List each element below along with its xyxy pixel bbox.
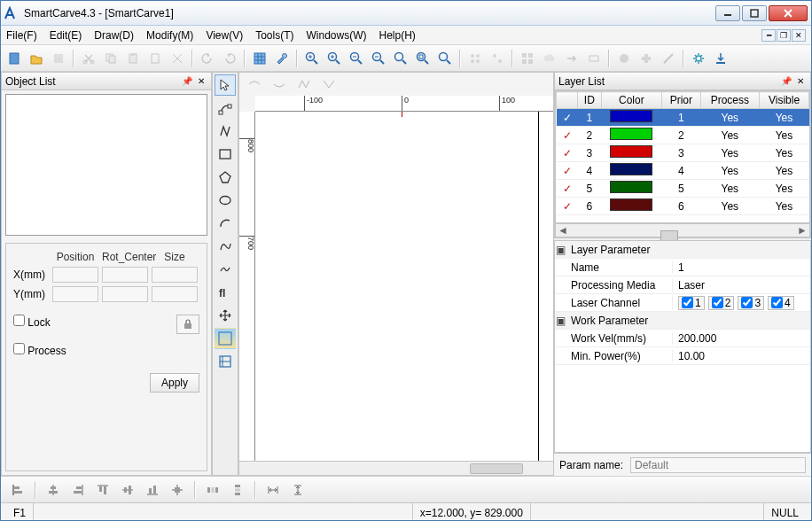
process-checkbox[interactable] [13,343,25,354]
scroll-right-icon[interactable]: ► [795,224,809,237]
x-size-input[interactable] [152,267,198,283]
zoom-sel-icon[interactable] [413,49,433,68]
zoom-out2-icon[interactable] [369,49,388,68]
node-del-icon[interactable] [269,74,289,94]
group-layer-param[interactable]: Layer Parameter [566,244,672,256]
settings-icon[interactable] [272,49,292,68]
y-size-input[interactable] [152,286,198,302]
align-vcenter-icon[interactable] [118,480,137,500]
delete-icon[interactable] [145,49,165,68]
circle-fill-icon[interactable] [614,49,634,68]
arc-tool-icon[interactable] [215,213,236,234]
align-top-icon[interactable] [93,480,113,500]
lock-checkbox-label[interactable]: Lock [13,315,150,329]
channel-1-checkbox[interactable]: 1 [678,296,705,310]
zoom-fit-icon[interactable] [391,49,410,68]
same-height-icon[interactable] [288,480,308,500]
menu-tools[interactable]: Tools(T) [255,29,293,42]
param-media-value[interactable]: Laser [672,279,810,292]
node-add-icon[interactable] [245,74,264,94]
layer-row[interactable]: ✓66YesYes [557,198,809,215]
array-icon[interactable] [518,49,537,68]
layer-th-prior[interactable]: Prior [662,92,701,109]
node-join-icon[interactable] [319,74,339,94]
bezier-tool-icon[interactable] [215,236,236,257]
polygon-tool-icon[interactable] [215,167,236,188]
zoom-out-icon[interactable] [347,49,366,68]
align-center-icon[interactable] [168,480,187,500]
window-minimize-button[interactable] [715,5,740,21]
lock-checkbox[interactable] [13,315,25,326]
canvas-scrollbar-h[interactable] [239,461,553,475]
window-close-button[interactable] [769,5,808,21]
rect-tool-icon[interactable] [215,144,236,165]
param-pow-value[interactable]: 10.00 [672,350,810,362]
mdi-minimize-button[interactable]: ━ [761,29,776,42]
align-left-icon[interactable] [8,480,27,500]
menu-edit[interactable]: Edit(E) [50,29,82,42]
gear-icon[interactable] [689,49,708,68]
group-icon[interactable] [465,49,485,68]
ellipse-tool-icon[interactable] [215,190,236,211]
align-right-icon[interactable] [68,480,88,500]
mdi-restore-button[interactable]: ❐ [777,29,791,42]
layer-th-visible[interactable]: Visible [760,92,809,109]
slash-icon[interactable] [659,49,678,68]
layer-row[interactable]: ✓33YesYes [557,144,809,162]
align-hcenter-icon[interactable] [43,480,63,500]
distribute-v-icon[interactable] [228,480,247,500]
layer-panel-close-icon[interactable]: ✕ [794,75,807,88]
layer-th-process[interactable]: Process [700,92,759,109]
download-icon[interactable] [711,49,730,68]
x-rotcenter-input[interactable] [102,267,148,283]
layer-row[interactable]: ✓11YesYes [557,109,809,127]
undo-icon[interactable] [198,49,217,68]
measure-tool-icon[interactable] [215,351,236,372]
zoom-in2-icon[interactable] [324,49,344,68]
node-break-icon[interactable] [294,74,314,94]
distribute-h-icon[interactable] [203,480,223,500]
channel-2-checkbox[interactable]: 2 [708,296,735,310]
grid-toggle-icon[interactable] [250,49,269,68]
layer-th-color[interactable]: Color [601,92,661,109]
arrow-icon[interactable] [562,49,582,68]
misc1-icon[interactable] [584,49,604,68]
x-position-input[interactable] [52,267,98,283]
text-tool-icon[interactable]: fI [215,282,236,303]
menu-modify[interactable]: Modify(M) [146,29,193,42]
mdi-close-button[interactable]: ✕ [792,29,806,42]
layer-row[interactable]: ✓55YesYes [557,180,809,198]
open-file-icon[interactable] [27,49,46,68]
param-name-value[interactable]: 1 [672,261,810,274]
plus-icon[interactable] [636,49,656,68]
zoom-all-icon[interactable] [435,49,455,68]
layer-scrollbar-h[interactable]: ◄ ► [555,223,810,237]
scroll-left-icon[interactable]: ◄ [556,224,570,237]
param-name-input[interactable] [630,457,806,473]
menu-file[interactable]: File(F) [6,29,37,42]
cut2-icon[interactable] [168,49,187,68]
y-rotcenter-input[interactable] [102,286,148,302]
menu-help[interactable]: Help(H) [379,29,416,42]
freehand-tool-icon[interactable] [215,259,236,280]
apply-button[interactable]: Apply [150,373,199,393]
layer-row[interactable]: ✓22YesYes [557,127,809,144]
window-maximize-button[interactable] [742,5,767,21]
cut-icon[interactable] [79,49,98,68]
layer-th-id[interactable]: ID [578,92,602,109]
redo-icon[interactable] [220,49,239,68]
channel-3-checkbox[interactable]: 3 [738,296,764,310]
panel-close-icon[interactable]: ✕ [195,75,207,88]
line-tool-icon[interactable] [215,121,236,142]
image-tool-icon[interactable] [215,328,236,349]
menu-draw[interactable]: Draw(D) [94,29,134,42]
zoom-in-icon[interactable] [302,49,322,68]
param-vel-value[interactable]: 200.000 [672,332,810,345]
layer-table[interactable]: ID Color Prior Process Visible ✓11YesYes… [556,91,809,215]
process-checkbox-label[interactable]: Process [13,343,150,357]
layer-row[interactable]: ✓44YesYes [557,162,809,180]
save-file-icon[interactable] [49,49,68,68]
channel-4-checkbox[interactable]: 4 [768,296,794,310]
panel-pin-icon[interactable]: 📌 [181,75,193,88]
cloud-icon[interactable] [540,49,559,68]
